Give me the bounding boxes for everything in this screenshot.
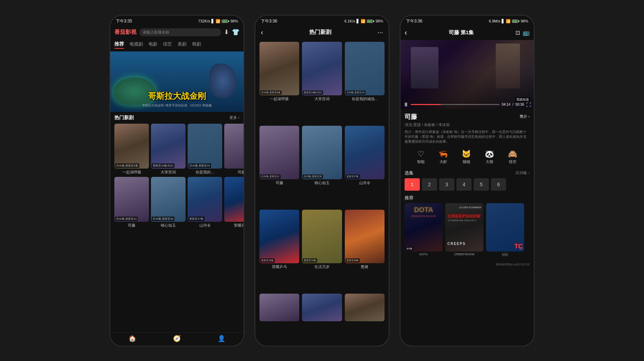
drama-card-4[interactable]: 司藤 <box>224 124 244 175</box>
ulven-label: ULVEN KOMMER <box>459 206 481 209</box>
episode-btn-1[interactable]: 1 <box>405 178 420 191</box>
rec-thumb-dota: DOTA DRAGON'S BLOOD 全8集 <box>405 203 443 251</box>
progress-bar[interactable] <box>411 104 500 105</box>
grid-thumb-6: 更新至37集 <box>345 126 385 179</box>
grid-card-2[interactable]: 更新至34集/共61 大宋宫词 <box>302 42 342 123</box>
watermark-text: 魔域铺助网@Sy逢介绍介绍 <box>496 263 530 266</box>
drama-card-7[interactable]: 更新至37集 山河令 <box>188 177 222 228</box>
battery-pct-3: 98% <box>521 19 528 23</box>
drama-card-2[interactable]: 更新至34集/共61 大宋宫词 <box>151 124 186 175</box>
back-button-3[interactable]: ‹ <box>405 28 407 37</box>
nav-discover[interactable]: 🧭 <box>173 335 181 342</box>
download-icon[interactable]: ⬇ <box>224 28 229 36</box>
episode-btn-2[interactable]: 2 <box>422 178 437 191</box>
grid-name-9: 赘婿 <box>345 264 385 269</box>
drama-card-1[interactable]: 共40集,更新至8集 一起深呼吸 <box>114 124 149 175</box>
pause-button[interactable]: ⏸ <box>403 102 409 108</box>
video-total-time: 50:36 <box>515 103 524 106</box>
service-bear[interactable]: 🐼 大熊 <box>485 150 494 164</box>
phone-3: 下午3:36 6.9M/s ▋ 📶 98% ‹ 司藤 第1集 ⊡ 📺 我就知道 <box>400 15 534 346</box>
service-daxia[interactable]: 🦐 大虾 <box>438 150 448 164</box>
recommend-section: 推荐 DOTA DRAGON'S BLOOD 全8集 DOTA <box>400 193 534 259</box>
hot-title: 热门新剧 <box>114 115 134 121</box>
time-1: 下午3:35 <box>116 18 132 24</box>
drama-card-3[interactable]: 共40集,更新至34 你是我的... <box>188 124 222 175</box>
episode-btn-3[interactable]: 3 <box>439 178 454 191</box>
tab-kr[interactable]: 韩剧 <box>192 40 201 49</box>
grid-name-6: 山河令 <box>345 180 385 186</box>
service-smart[interactable]: ♡ 智能 <box>417 150 425 164</box>
tab-variety[interactable]: 综艺 <box>163 40 172 49</box>
episode-count: 共28集 › <box>515 170 530 175</box>
video-title: 司藤 第1集 <box>449 29 474 36</box>
tab-movie[interactable]: 电影 <box>149 40 158 49</box>
search-placeholder: 请输入影视名称 <box>143 30 169 35</box>
drama-grid-row2: 共30集,更新至20 司藤 共45集,更新至36 锦心似玉 更新至37集 山河令… <box>110 177 244 230</box>
tab-us[interactable]: 美剧 <box>178 40 187 49</box>
status-right-2: 6.1K/s ▋ 📶 98% <box>344 19 383 23</box>
recommend-grid: DOTA DRAGON'S BLOOD 全8集 DOTA ULVEN KOMME… <box>405 203 530 257</box>
grid-thumb-10 <box>259 294 299 321</box>
bear-icon: 🐼 <box>485 150 494 159</box>
rec-card-tc[interactable]: TC 社区 社区 <box>486 203 524 257</box>
grid-card-4[interactable]: 共30集,更新至20 司藤 <box>259 126 299 207</box>
rec-card-dota[interactable]: DOTA DRAGON'S BLOOD 全8集 DOTA <box>405 203 443 257</box>
header-icons: ⬇ 👕 <box>224 28 239 36</box>
back-button-2[interactable]: ‹ <box>261 28 263 36</box>
grid-card-6[interactable]: 更新至37集 山河令 <box>345 126 385 207</box>
intro-button[interactable]: 简介 › <box>520 114 530 119</box>
pip-icon[interactable]: ⊡ <box>515 29 520 36</box>
signal-icon-3: ▋ <box>502 19 504 23</box>
drama-card-5[interactable]: 共30集,更新至20 司藤 <box>114 177 149 228</box>
more-dots-2[interactable]: ··· <box>377 28 383 36</box>
network-speed-1: 732K/s <box>198 19 210 23</box>
rec-card-creeps[interactable]: ULVEN KOMMER CREEPSHOW 12 TERRIFYING TAL… <box>445 203 483 257</box>
grid-card-10[interactable] <box>259 294 299 343</box>
episode-btn-5[interactable]: 5 <box>474 178 489 191</box>
rec-label-creeps: CREEPSHOW <box>445 253 483 256</box>
app-header-1: 番茄影视 请输入影视名称 ⬇ 👕 <box>110 26 244 39</box>
video-time: 04:14 <box>502 103 510 106</box>
fullscreen-button[interactable]: ⛶ <box>526 102 531 107</box>
drama-card-6[interactable]: 共45集,更新至36 锦心似玉 <box>151 177 186 228</box>
status-bar-3: 下午3:36 6.9M/s ▋ 📶 98% <box>400 16 534 26</box>
episode-btn-6[interactable]: 6 <box>491 178 506 191</box>
nav-home[interactable]: 🏠 <box>129 335 136 342</box>
search-bar[interactable]: 请输入影视名称 <box>139 28 221 36</box>
tab-recommend[interactable]: 推荐 <box>114 40 124 49</box>
grid-card-5[interactable]: 共45集,更新至36 锦心似玉 <box>302 126 342 207</box>
rec-label-dota: DOTA <box>405 253 443 256</box>
cast-icon[interactable]: 📺 <box>523 29 530 36</box>
episode-btn-4[interactable]: 4 <box>456 178 472 191</box>
grid-card-7[interactable]: 更新至38集 荣耀乒乓 <box>259 210 299 291</box>
grid-thumb-3: 共40集,更新至34 <box>345 42 385 95</box>
user-icon[interactable]: 👕 <box>232 28 239 36</box>
episode-title: 选集 <box>405 170 414 176</box>
heart-icon: ♡ <box>417 150 424 159</box>
service-wukong[interactable]: 🙈 悟空 <box>508 150 517 164</box>
tab-tv[interactable]: 电视剧 <box>130 40 143 49</box>
banner-subtitle: 哥斯拉大战金刚: 锋兽宇宙的起源 3月26日 惟能赢 <box>142 103 211 108</box>
grid-card-12[interactable] <box>345 294 385 343</box>
grid-card-8[interactable]: 更新至34集 生活万岁 <box>302 210 342 291</box>
battery-1 <box>222 20 229 23</box>
grid-card-11[interactable] <box>302 294 342 343</box>
service-label-1: 智能 <box>417 159 425 164</box>
grid-card-1[interactable]: 共40集,更新至8集 一起深呼吸 <box>259 42 299 123</box>
time-2: 下午3:36 <box>261 18 277 24</box>
grid-card-9[interactable]: 更新至36集 赘婿 <box>345 210 385 291</box>
grid-thumb-5: 共45集,更新至36 <box>302 126 342 179</box>
wifi-icon-1: 📶 <box>216 19 220 23</box>
wifi-icon-2: 📶 <box>361 19 366 23</box>
drama-name-3: 你是我的... <box>188 170 222 175</box>
bottom-nav-1: 🏠 🧭 👤 <box>110 332 244 346</box>
drama-card-8[interactable]: 荣耀乒乓 <box>224 177 244 228</box>
nav-profile[interactable]: 👤 <box>218 335 225 342</box>
profile-icon: 👤 <box>218 335 225 342</box>
more-button[interactable]: 更多 › <box>229 115 239 120</box>
video-player[interactable]: 我就知道 ⏸ 04:14 / 50:36 ⛶ <box>400 40 534 109</box>
service-cat[interactable]: 🐱 猫猫 <box>462 150 471 164</box>
app-header-3: ‹ 司藤 第1集 ⊡ 📺 <box>400 26 534 40</box>
drama-name-1: 一起深呼吸 <box>114 170 149 175</box>
grid-card-3[interactable]: 共40集,更新至34 你是我的城池... <box>345 42 385 123</box>
